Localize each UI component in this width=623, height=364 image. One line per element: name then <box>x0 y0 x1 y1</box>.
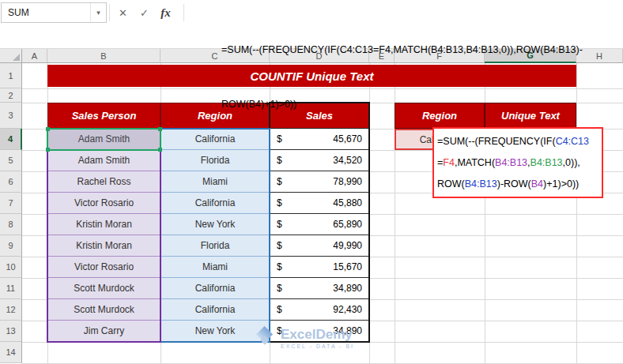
cell-B7[interactable]: Victor Rosario <box>47 193 160 214</box>
formula-bar: SUM ▾ ✕ ✓ fx =SUM(--(FREQUENCY(IF(C4:C13… <box>0 0 623 49</box>
divider <box>183 4 184 21</box>
row-header-5[interactable]: 5 <box>0 150 22 171</box>
currency-symbol: $ <box>277 219 282 230</box>
watermark-name: ExcelDemy <box>281 327 354 343</box>
sales-value: 65,890 <box>333 219 362 230</box>
cell-D12[interactable]: $92,430 <box>270 299 369 321</box>
row-header-2[interactable]: 2 <box>0 88 22 103</box>
sales-value: 92,430 <box>333 304 362 315</box>
cell-B6[interactable]: Rachel Ross <box>47 171 160 193</box>
cell-C6[interactable]: Miami <box>160 171 270 193</box>
formula-token: F4 <box>443 157 455 168</box>
sales-value: 34,520 <box>333 155 362 166</box>
cell-D7[interactable]: $45,880 <box>270 193 369 214</box>
cell-D6[interactable]: $78,990 <box>270 171 369 193</box>
exceldemy-logo-icon <box>255 328 275 348</box>
row-header-1[interactable]: 1 <box>0 63 22 88</box>
formula-token: ,MATCH( <box>455 157 495 168</box>
select-all-button[interactable] <box>0 49 22 63</box>
cell-B10[interactable]: Victor Rosario <box>47 257 160 278</box>
currency-symbol: $ <box>277 155 282 166</box>
row-header-11[interactable]: 11 <box>0 278 22 299</box>
cell-B4[interactable]: Adam Smith <box>47 129 160 150</box>
sales-person-header-cell[interactable]: Sales Person <box>47 103 160 129</box>
name-box-value: SUM <box>2 7 90 18</box>
formula-input-line2: ROW(B4)+1)>0)) <box>221 96 620 114</box>
formula-input[interactable]: =SUM(--(FREQUENCY(IF(C4:C13=F4,MATCH(B4:… <box>221 5 620 150</box>
currency-symbol: $ <box>277 197 282 208</box>
cell-B11[interactable]: Scott Murdock <box>47 278 160 299</box>
formula-token: )-ROW( <box>497 178 531 190</box>
cell-C8[interactable]: New York <box>160 214 270 235</box>
cell-B13[interactable]: Jim Carry <box>47 321 160 342</box>
row-header-9[interactable]: 9 <box>0 235 22 257</box>
row-header-6[interactable]: 6 <box>0 171 22 193</box>
cell-D5[interactable]: $34,520 <box>270 150 369 171</box>
row-header-7[interactable]: 7 <box>0 193 22 214</box>
formula-token: B4:B13 <box>530 157 563 168</box>
cell-C5[interactable]: Florida <box>160 150 270 171</box>
currency-symbol: $ <box>277 240 282 251</box>
exceldemy-watermark: ExcelDemy EXCEL - DATA - BI <box>255 327 354 349</box>
insert-function-icon[interactable]: fx <box>155 2 176 23</box>
column-header-B[interactable]: B <box>47 49 160 63</box>
name-box[interactable]: SUM ▾ <box>1 2 107 23</box>
row-header-13[interactable]: 13 <box>0 321 22 342</box>
cell-C7[interactable]: California <box>160 193 270 214</box>
sales-value: 45,880 <box>333 197 362 208</box>
cell-B5[interactable]: Adam Smith <box>47 150 160 171</box>
excel-window: SUM ▾ ✕ ✓ fx =SUM(--(FREQUENCY(IF(C4:C13… <box>0 0 623 364</box>
divider <box>109 4 110 21</box>
cell-B9[interactable]: Kristin Moran <box>47 235 160 257</box>
sales-value: 49,990 <box>333 240 362 251</box>
row-header-3[interactable]: 3 <box>0 103 22 129</box>
currency-symbol: $ <box>277 176 282 187</box>
formula-token: B4 <box>531 178 543 190</box>
formula-token: ROW( <box>437 178 465 190</box>
formula-input-line1: =SUM(--(FREQUENCY(IF(C4:C13=F4,MATCH(B4:… <box>221 41 620 59</box>
sales-value: 78,990 <box>333 176 362 187</box>
cell-C11[interactable]: California <box>160 278 270 299</box>
cell-D9[interactable]: $49,990 <box>270 235 369 257</box>
formula-box-line: ROW(B4:B13)-ROW(B4)+1)>0)) <box>437 174 602 195</box>
formula-token: B4:B13 <box>465 178 497 190</box>
sales-value: 34,890 <box>333 283 362 294</box>
formula-token: B4:B13 <box>495 157 527 168</box>
select-all-icon <box>13 54 20 61</box>
currency-symbol: $ <box>277 261 282 272</box>
enter-icon[interactable]: ✓ <box>134 2 155 23</box>
cell-D11[interactable]: $34,890 <box>270 278 369 299</box>
formula-token: )+1)>0)) <box>543 178 579 190</box>
cancel-icon[interactable]: ✕ <box>112 2 134 23</box>
column-header-A[interactable]: A <box>22 49 47 63</box>
sales-value: 15,670 <box>333 261 362 272</box>
cell-C9[interactable]: Florida <box>160 235 270 257</box>
row-header-14[interactable]: 14 <box>0 342 22 363</box>
formula-box-line: =F4,MATCH(B4:B13,B4:B13,0)), <box>437 152 602 174</box>
formula-buttons: ✕ ✓ fx <box>112 2 176 23</box>
watermark-tagline: EXCEL - DATA - BI <box>281 343 354 349</box>
cell-D8[interactable]: $65,890 <box>270 214 369 235</box>
row-header-10[interactable]: 10 <box>0 257 22 278</box>
cell-C10[interactable]: Miami <box>160 257 270 278</box>
row-header-4[interactable]: 4 <box>0 129 22 150</box>
row-header-8[interactable]: 8 <box>0 214 22 235</box>
cell-C12[interactable]: California <box>160 299 270 321</box>
cell-B8[interactable]: Kristin Moran <box>47 214 160 235</box>
cell-C13[interactable]: New York <box>160 321 270 342</box>
currency-symbol: $ <box>277 304 282 315</box>
formula-token: ,0)), <box>563 157 580 168</box>
cell-B12[interactable]: Scott Murdock <box>47 299 160 321</box>
cell-D10[interactable]: $15,670 <box>270 257 369 278</box>
row-header-12[interactable]: 12 <box>0 299 22 321</box>
currency-symbol: $ <box>277 283 282 294</box>
name-box-dropdown-icon[interactable]: ▾ <box>90 3 106 22</box>
